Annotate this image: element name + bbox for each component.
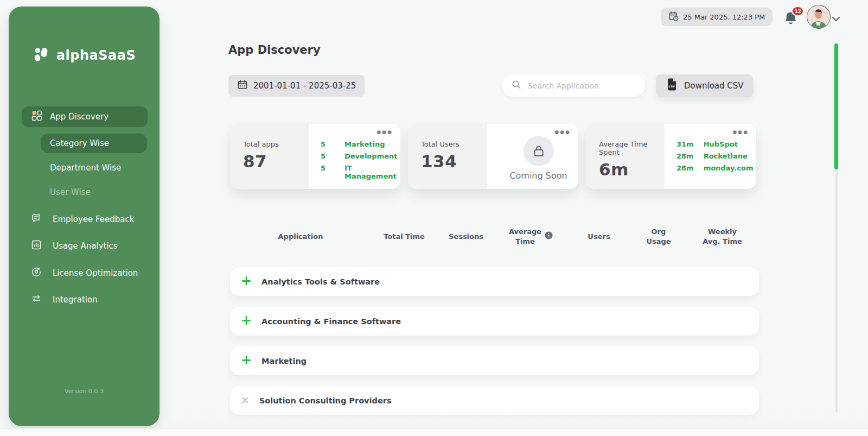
card-label: Total Users [421,140,487,148]
notifications-button[interactable]: 12 [782,8,802,28]
sidebar: alphaSaaS App Discovery Category Wise De… [9,7,159,426]
sidebar-item-label: Department Wise [50,163,121,173]
page-title: App Discovery [228,43,321,56]
csv-file-icon: csv [666,78,678,93]
list-item: 5Development [321,152,400,160]
column-label: Org Usage [641,227,676,246]
category-name: Accounting & Finance Software [261,317,401,326]
sidebar-item-label: License Optimization [53,268,138,278]
category-row-marketing[interactable]: + Marketing [230,346,759,375]
category-row-solution-consulting[interactable]: ✕ Solution Consulting Providers [230,386,759,415]
date-range-picker[interactable]: 2001-01-01 - 2025-03-25 [228,75,365,97]
date-range-value: 2001-01-01 - 2025-03-25 [253,81,356,91]
datetime-display[interactable]: 25 Mar 2025, 12:23 PM [661,8,773,26]
column-average-time: Average Time [495,227,566,246]
sidebar-item-label: User Wise [50,187,91,197]
card-menu-icon[interactable]: ●●● [554,129,571,135]
average-time-summary: Average Time Spent 6m [586,124,665,189]
search-input[interactable] [528,81,635,90]
scrollbar-thumb[interactable] [834,43,838,169]
expand-plus-icon[interactable]: + [241,274,252,287]
search-bar [502,74,645,97]
item-value: 28m [676,152,694,160]
column-sessions: Sessions [437,232,495,242]
sidebar-item-usage-analytics[interactable]: Usage Analytics [31,238,150,254]
sidebar-item-app-discovery[interactable]: App Discovery [22,106,148,127]
item-value: 28m [676,164,694,172]
version-label: Version 0.0.3 [9,388,159,395]
item-value: 5 [321,152,335,160]
datetime-text: 25 Mar 2025, 12:23 PM [683,13,765,21]
category-name: Marketing [261,357,307,365]
sidebar-item-employee-feedback[interactable]: Employee Feedback [31,211,150,228]
card-label: Total apps [243,140,309,148]
search-icon [512,80,521,92]
lock-icon [532,144,546,158]
sidebar-item-integration[interactable]: Integration [31,292,150,308]
category-row-accounting-finance[interactable]: + Accounting & Finance Software [230,307,759,336]
column-total-time: Total Time [371,232,437,242]
sidebar-item-label: Category Wise [50,138,109,148]
grid-icon [31,110,42,123]
sidebar-item-label: Integration [53,295,98,305]
card-value: 6m [599,160,665,179]
expand-plus-icon[interactable]: + [241,353,252,367]
item-name: monday.com [704,164,754,172]
item-value: 5 [321,164,335,180]
collapse-x-icon[interactable]: ✕ [241,395,250,406]
total-apps-card: Total apps 87 ●●● 5Marketing 5Developmen… [230,124,400,189]
column-users: Users [566,232,631,242]
table-header: Application Total Time Sessions Average … [230,224,759,249]
feedback-icon [31,213,42,226]
column-org-usage: Org Usage [631,227,686,246]
info-icon[interactable] [545,231,553,242]
calendar-clock-icon [668,11,679,23]
scrollbar-track [835,169,838,413]
sidebar-item-category-wise[interactable]: Category Wise [41,134,147,153]
sidebar-item-license-optimization[interactable]: License Optimization [31,265,150,281]
total-users-summary: Total Users 134 [408,124,487,189]
download-csv-button[interactable]: csv Download CSV [656,74,754,97]
column-application: Application [230,232,371,242]
calendar-icon [237,79,248,92]
category-name: Analytics Tools & Software [261,277,380,286]
download-csv-label: Download CSV [684,81,744,91]
user-avatar[interactable] [807,5,831,29]
item-value: 5 [321,140,335,148]
brand-name: alphaSaaS [56,48,136,63]
sidebar-item-label: Employee Feedback [53,214,135,224]
notification-badge: 12 [792,6,804,16]
card-value: 87 [243,151,309,171]
item-name: Rocketlane [704,152,748,160]
sidebar-item-label: App Discovery [50,112,108,122]
sidebar-item-user-wise[interactable]: User Wise [50,186,91,199]
total-apps-summary: Total apps 87 [230,124,309,189]
card-label: Average Time Spent [599,140,665,156]
brand: alphaSaaS [9,46,159,65]
coming-soon-label: Coming Soon [509,170,567,181]
list-item: 28mRocketlane [676,152,756,160]
list-item: 5IT Management [321,164,400,180]
top-categories-list: 5Marketing 5Development 5IT Management [321,140,400,180]
list-item: 31mHubSpot [676,140,756,148]
sync-arrows-icon [31,293,42,306]
list-item: 5Marketing [321,140,400,148]
category-row-analytics-tools[interactable]: + Analytics Tools & Software [230,267,759,296]
column-label: Weekly Avg. Time [699,227,746,246]
sidebar-item-department-wise[interactable]: Department Wise [50,161,121,174]
expand-plus-icon[interactable]: + [241,314,252,327]
shield-check-icon [31,267,42,280]
chevron-down-icon[interactable] [832,14,840,24]
list-item: 28mmonday.com [676,164,756,172]
card-menu-icon[interactable]: ●●● [732,129,749,135]
total-users-card: Total Users 134 ●●● Coming Soon [408,124,578,189]
item-name: HubSpot [704,140,738,148]
card-menu-icon[interactable]: ●●● [376,129,393,135]
column-weekly-avg-time: Weekly Avg. Time [686,227,759,246]
bottom-strip [0,428,868,436]
svg-text:csv: csv [669,84,675,88]
sidebar-item-label: Usage Analytics [53,241,118,251]
category-name: Solution Consulting Providers [259,396,392,405]
item-name: IT Management [344,164,400,180]
average-time-card: Average Time Spent 6m ●●● 31mHubSpot 28m… [586,124,756,189]
